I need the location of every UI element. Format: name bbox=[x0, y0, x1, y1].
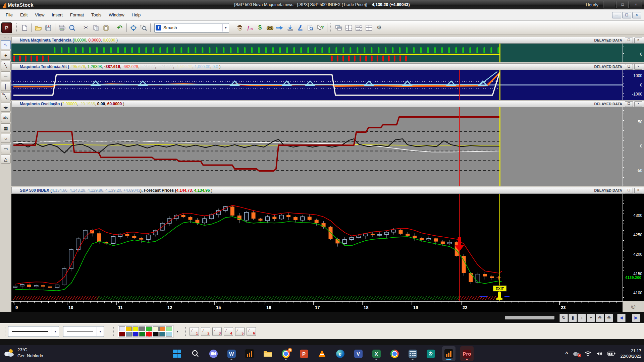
word-taskbar-icon[interactable]: W bbox=[225, 346, 238, 361]
pointer-tool[interactable]: ↖ bbox=[1, 40, 11, 49]
crosshair-tool[interactable]: + bbox=[1, 51, 11, 60]
open-icon[interactable] bbox=[34, 23, 43, 33]
battery-icon[interactable] bbox=[607, 351, 615, 356]
color-swatch[interactable] bbox=[159, 332, 165, 337]
menu-view[interactable]: View bbox=[31, 10, 48, 19]
color-swatch[interactable] bbox=[146, 332, 152, 337]
color-swatch[interactable] bbox=[146, 326, 152, 331]
explorer-icon[interactable] bbox=[235, 23, 245, 33]
copy-icon[interactable] bbox=[91, 23, 101, 33]
onedrive-error-icon[interactable]: × bbox=[573, 351, 580, 356]
menu-format[interactable]: Format bbox=[66, 10, 88, 19]
adobe-pro-taskbar-icon[interactable]: Pro bbox=[460, 346, 474, 361]
enhanced-tester-icon[interactable] bbox=[296, 23, 305, 33]
color-swatch[interactable] bbox=[153, 326, 159, 331]
color-swatch[interactable] bbox=[166, 332, 172, 337]
oscilacao-indicator-chart[interactable] bbox=[11, 107, 623, 186]
color-swatch[interactable] bbox=[132, 332, 139, 337]
color-swatch[interactable] bbox=[126, 326, 132, 331]
panel-close-icon[interactable]: × bbox=[634, 188, 642, 193]
smiley-icon[interactable]: ☺ bbox=[623, 301, 644, 312]
downloader-icon[interactable] bbox=[285, 23, 295, 33]
color-swatch[interactable] bbox=[159, 326, 165, 331]
scroll-right-icon[interactable]: ▶ bbox=[632, 314, 640, 322]
template-4-button[interactable]: ╱4 bbox=[224, 327, 233, 336]
zoom-in-icon[interactable]: ⊕ bbox=[605, 314, 613, 322]
teams-taskbar-icon[interactable] bbox=[207, 346, 220, 361]
menu-edit[interactable]: Edit bbox=[16, 10, 31, 19]
maximize-icon[interactable]: □ bbox=[616, 1, 629, 8]
metastock-taskbar-icon[interactable] bbox=[243, 346, 256, 361]
color-swatch[interactable] bbox=[126, 332, 132, 337]
file-explorer-taskbar-icon[interactable] bbox=[261, 346, 274, 361]
line-style-combo[interactable]: ▾ bbox=[8, 326, 59, 337]
child-close-icon[interactable]: × bbox=[632, 12, 641, 18]
new-chart-icon[interactable] bbox=[20, 23, 29, 33]
child-restore-icon[interactable]: ❏ bbox=[622, 12, 631, 18]
tile-grid-icon[interactable] bbox=[364, 23, 374, 33]
template-2-button[interactable]: ╱2 bbox=[201, 327, 210, 336]
pan-icon[interactable]: + bbox=[587, 314, 595, 322]
powerpoint-taskbar-icon[interactable]: P bbox=[297, 346, 311, 361]
close-icon[interactable]: × bbox=[630, 1, 642, 8]
customize-icon[interactable]: ⚙ bbox=[374, 23, 384, 33]
excel-taskbar-icon[interactable]: X bbox=[370, 346, 383, 361]
toolbar-grip[interactable] bbox=[330, 23, 332, 32]
volume-icon[interactable] bbox=[596, 351, 603, 356]
metastock-active-taskbar-icon[interactable] bbox=[442, 346, 455, 361]
chevron-down-icon[interactable]: ▾ bbox=[222, 24, 229, 32]
price-candlestick-chart[interactable]: EXIT bbox=[11, 194, 623, 301]
child-minimize-icon[interactable]: — bbox=[612, 12, 621, 18]
zoom-select-icon[interactable] bbox=[139, 23, 148, 33]
rectangle-tool[interactable]: ▭ bbox=[1, 144, 11, 153]
system-tester-icon[interactable]: $ bbox=[255, 23, 265, 33]
chevron-down-icon[interactable]: ▾ bbox=[97, 327, 104, 336]
go-forward-icon[interactable] bbox=[275, 23, 285, 33]
tray-chevron-icon[interactable]: ^ bbox=[565, 351, 568, 356]
menu-window[interactable]: Window bbox=[105, 10, 128, 19]
scroll-arrows-tool[interactable]: ◂▸ bbox=[1, 103, 11, 112]
tendencia-indicator-chart[interactable] bbox=[11, 44, 623, 62]
toolbar-grip[interactable] bbox=[185, 327, 187, 336]
panel-maximize-icon[interactable]: ❏ bbox=[625, 101, 633, 107]
sidebar-grip[interactable] bbox=[3, 38, 9, 38]
menu-insert[interactable]: Insert bbox=[48, 10, 66, 19]
menu-file[interactable]: File bbox=[2, 10, 16, 19]
grid-tool[interactable]: ▦ bbox=[1, 123, 11, 132]
text-tool[interactable]: abc bbox=[1, 113, 11, 122]
context-help-icon[interactable]: ? bbox=[316, 23, 325, 33]
semilog-line-tool[interactable]: ╲SL bbox=[1, 92, 11, 101]
zoom-out-icon[interactable]: ⊖ bbox=[596, 314, 604, 322]
panel-maximize-icon[interactable]: ❏ bbox=[625, 38, 633, 43]
toolbar-grip[interactable] bbox=[5, 327, 7, 336]
chess-taskbar-icon[interactable]: ♔ bbox=[424, 346, 437, 361]
vertical-line-tool[interactable]: │ bbox=[1, 82, 11, 91]
color-swatch[interactable] bbox=[119, 332, 125, 337]
menu-help[interactable]: Help bbox=[128, 10, 145, 19]
panel-close-icon[interactable]: × bbox=[634, 64, 642, 70]
color-swatch[interactable] bbox=[166, 326, 172, 331]
color-swatch[interactable] bbox=[153, 332, 159, 337]
calculator-taskbar-icon[interactable] bbox=[406, 346, 419, 361]
color-swatch[interactable] bbox=[139, 332, 145, 337]
start-taskbar-icon[interactable] bbox=[170, 346, 184, 361]
color-swatch[interactable] bbox=[139, 326, 145, 331]
scan-icon[interactable] bbox=[265, 23, 275, 33]
triangle-tool[interactable]: △ bbox=[1, 155, 11, 164]
visio-taskbar-icon[interactable]: V bbox=[352, 346, 365, 361]
indicator-builder-icon[interactable]: ƒ(x) bbox=[245, 23, 255, 33]
refresh-icon[interactable]: ↻ bbox=[559, 314, 568, 322]
ellipse-tool[interactable]: ○ bbox=[1, 134, 11, 143]
horizontal-scrollbar[interactable] bbox=[505, 316, 554, 319]
expert-advisor-icon[interactable] bbox=[306, 23, 315, 33]
paste-icon[interactable] bbox=[101, 23, 111, 33]
vlc-taskbar-icon[interactable] bbox=[315, 346, 329, 361]
edge-taskbar-icon[interactable]: e bbox=[333, 346, 347, 361]
vertical-fit-icon[interactable]: ↕ bbox=[578, 314, 586, 322]
panel-maximize-icon[interactable]: ❏ bbox=[625, 188, 633, 193]
panel-close-icon[interactable]: × bbox=[634, 38, 642, 43]
color-swatch[interactable] bbox=[132, 326, 139, 331]
power-console-button[interactable]: P bbox=[1, 22, 12, 33]
line-weight-combo[interactable]: ▾ bbox=[63, 326, 104, 337]
print-preview-icon[interactable] bbox=[67, 23, 77, 33]
